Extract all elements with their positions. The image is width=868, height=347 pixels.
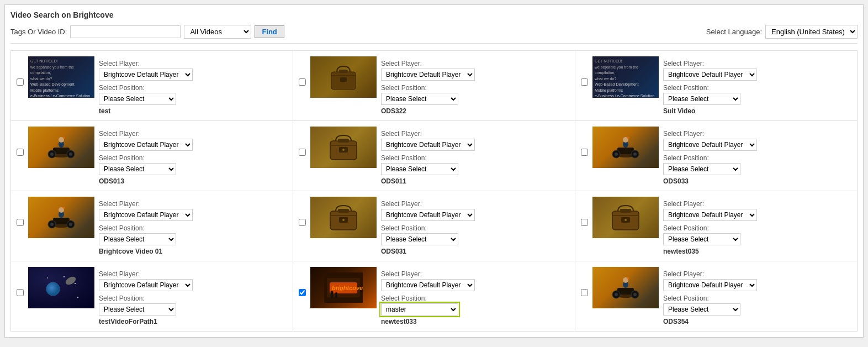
svg-point-60 (335, 292, 337, 295)
position-select[interactable]: Please Selectmastertopbottomleftright (381, 93, 458, 105)
video-checkbox[interactable] (299, 219, 306, 226)
player-select[interactable]: Brightcove Default Player (99, 209, 193, 221)
video-checkbox[interactable] (17, 149, 24, 156)
video-thumbnail: b (28, 197, 94, 238)
tags-input[interactable] (70, 25, 181, 38)
svg-point-17 (342, 149, 345, 151)
player-select[interactable]: Brightcove Default Player (663, 139, 757, 151)
player-field-label: Select Player: (381, 200, 569, 208)
position-field-label: Select Position: (99, 295, 287, 302)
toolbar-left: Tags Or Video ID: All Videos Active Vide… (10, 25, 284, 39)
video-title: ODS033 (663, 177, 851, 185)
position-select[interactable]: Please Selectmastertopbottomleftright (381, 233, 458, 245)
player-select[interactable]: Brightcove Default Player (663, 279, 757, 291)
player-select[interactable]: Brightcove Default Player (663, 69, 757, 81)
svg-point-9 (69, 153, 72, 156)
svg-text:b: b (627, 136, 629, 139)
position-field-label: Select Position: (381, 154, 569, 162)
video-info: Select Player:Brightcove Default PlayerS… (663, 56, 851, 115)
filter-select[interactable]: All Videos Active Videos Inactive Videos (184, 25, 251, 39)
position-select[interactable]: Please Selectmastertopbottomleftright (381, 163, 458, 175)
svg-text:b: b (63, 136, 65, 139)
player-select[interactable]: Brightcove Default Player (99, 279, 193, 291)
video-info: Select Player:Brightcove Default PlayerS… (381, 56, 569, 115)
video-title: ODS031 (381, 248, 569, 255)
player-select[interactable]: Brightcove Default Player (381, 69, 475, 81)
svg-point-48 (64, 275, 77, 286)
video-checkbox[interactable] (17, 219, 24, 226)
video-thumbnail (592, 197, 659, 238)
page-wrapper: Video Search on Brightcove Tags Or Video… (4, 4, 864, 338)
svg-point-51 (47, 277, 48, 278)
position-select[interactable]: Please Selectmastertopbottomleftright (663, 233, 740, 245)
position-select[interactable]: Please Selectmastertopbottomleftright (99, 93, 176, 105)
video-thumbnail: b (592, 127, 659, 168)
grid-cell: brightcove Select Player:Brightcove Defa… (293, 261, 575, 332)
video-checkbox[interactable] (17, 289, 24, 296)
video-grid: GET NOTICED!we separate you from the com… (10, 50, 858, 332)
position-select[interactable]: Please Selectmastertopbottomleftright (99, 233, 176, 245)
page-title: Video Search on Brightcove (10, 10, 858, 19)
grid-cell: b Select Player:Brightcove Default Playe… (575, 121, 858, 191)
video-thumbnail (310, 127, 377, 168)
svg-rect-57 (331, 293, 333, 298)
video-title: testVideoForPath1 (99, 318, 287, 325)
svg-point-45 (624, 219, 627, 221)
find-button[interactable]: Find (255, 25, 284, 38)
svg-point-65 (615, 293, 618, 296)
svg-rect-14 (338, 139, 349, 143)
video-checkbox[interactable] (17, 78, 24, 86)
video-checkbox[interactable] (299, 149, 306, 156)
video-title: newtest033 (381, 318, 569, 325)
svg-rect-3 (340, 77, 347, 82)
video-checkbox[interactable] (299, 78, 306, 86)
player-select[interactable]: Brightcove Default Player (99, 69, 193, 81)
video-checkbox[interactable] (581, 219, 588, 226)
player-field-label: Select Player: (99, 200, 287, 208)
position-select[interactable]: Please Selectmastertopbottomleftright (663, 303, 740, 316)
svg-point-22 (615, 153, 618, 156)
video-info: Select Player:Brightcove Default PlayerS… (663, 127, 851, 185)
video-thumbnail: brightcove (310, 267, 377, 308)
svg-rect-37 (338, 209, 349, 213)
video-thumbnail: b (592, 267, 659, 308)
position-field-label: Select Position: (663, 295, 851, 302)
video-thumbnail: GET NOTICED!we separate you from the com… (592, 56, 659, 98)
player-select[interactable]: Brightcove Default Player (381, 139, 475, 151)
grid-cell: Select Player:Brightcove Default PlayerS… (575, 191, 858, 261)
player-select[interactable]: Brightcove Default Player (99, 139, 193, 151)
video-thumbnail (310, 197, 377, 238)
lang-label: Select Language: (706, 28, 762, 36)
svg-point-31 (50, 223, 54, 226)
svg-text:b: b (627, 276, 629, 280)
video-checkbox[interactable] (581, 78, 588, 86)
position-select[interactable]: Please Selectmastertopbottomleftright (663, 93, 740, 105)
position-select[interactable]: Please Selectmastertopbottomleftright (99, 303, 176, 316)
toolbar: Tags Or Video ID: All Videos Active Vide… (10, 25, 858, 44)
video-checkbox[interactable] (299, 289, 306, 296)
svg-point-32 (69, 223, 72, 226)
video-info: Select Player:Brightcove Default PlayerS… (99, 267, 287, 325)
position-select[interactable]: Please Selectmastertopbottomleftright (663, 163, 740, 175)
video-checkbox[interactable] (581, 289, 588, 296)
video-title: ODS322 (381, 107, 569, 115)
toolbar-right: Select Language: English (United States)… (706, 25, 858, 39)
position-field-label: Select Position: (99, 154, 287, 162)
svg-text:brightcove: brightcove (332, 285, 363, 291)
lang-select[interactable]: English (United States) French Spanish (765, 25, 858, 39)
position-select[interactable]: Please Selectmastertopbottomleftright (381, 303, 458, 316)
player-select[interactable]: Brightcove Default Player (663, 209, 757, 221)
video-thumbnail (28, 267, 94, 308)
position-field-label: Select Position: (663, 154, 851, 162)
video-thumbnail: b (28, 127, 94, 168)
player-select[interactable]: Brightcove Default Player (381, 279, 475, 291)
svg-point-66 (633, 293, 637, 296)
player-select[interactable]: Brightcove Default Player (381, 209, 475, 221)
video-info: Select Player:Brightcove Default PlayerS… (381, 127, 569, 185)
player-field-label: Select Player: (381, 130, 569, 138)
svg-point-50 (75, 283, 76, 284)
video-checkbox[interactable] (581, 149, 588, 156)
position-select[interactable]: Please Selectmastertopbottomleftright (99, 163, 176, 175)
position-field-label: Select Position: (99, 224, 287, 232)
video-title: ODS011 (381, 177, 569, 185)
